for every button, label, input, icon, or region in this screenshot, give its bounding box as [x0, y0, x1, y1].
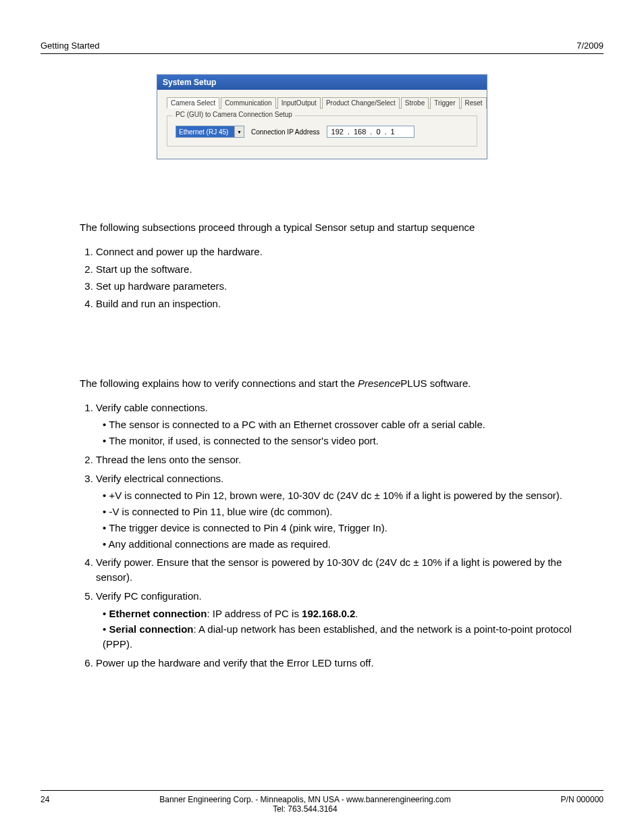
connection-type-combo[interactable]: Ethernet (RJ 45) ▼: [176, 126, 244, 138]
list-item: Connect and power up the hardware.: [96, 244, 590, 259]
header-left: Getting Started: [41, 41, 99, 51]
tab-camera-select[interactable]: Camera Select: [167, 97, 219, 109]
tab-input-output[interactable]: InputOutput: [277, 97, 321, 109]
bullet-item: Serial connection: A dial-up network has…: [103, 622, 590, 652]
bullet-item: -V is connected to Pin 11, blue wire (dc…: [103, 504, 590, 519]
document-body: The following subsections proceed throug…: [80, 220, 590, 671]
section1-intro: The following subsections proceed throug…: [80, 220, 590, 235]
ip-octet-3: 0: [376, 128, 380, 136]
page-number: 24: [41, 795, 49, 804]
tab-strip: Camera Select Communication InputOutput …: [167, 97, 477, 109]
list-item: Power up the hardware and verify that th…: [96, 656, 590, 671]
window-title: System Setup: [157, 75, 487, 90]
header-right: 7/2009: [576, 41, 603, 51]
groupbox-label: PC (GUI) to Camera Connection Setup: [173, 111, 295, 118]
ip-address-input[interactable]: 192. 168. 0. 1: [327, 126, 414, 138]
bullet-item: Any additional connections are made as r…: [103, 537, 590, 552]
combo-value: Ethernet (RJ 45): [176, 126, 234, 137]
system-setup-window: System Setup Camera Select Communication…: [157, 74, 487, 159]
tab-communication[interactable]: Communication: [221, 97, 275, 109]
ip-octet-2: 168: [354, 128, 366, 136]
list-item: Set up hardware parameters.: [96, 279, 590, 294]
section1-steps: Connect and power up the hardware. Start…: [80, 244, 590, 311]
section2-steps: Verify cable connections. The sensor is …: [80, 400, 590, 671]
footer-company: Banner Engineering Corp. - Minneapolis, …: [49, 795, 560, 804]
connection-groupbox: PC (GUI) to Camera Connection Setup Ethe…: [167, 115, 477, 147]
tab-trigger[interactable]: Trigger: [430, 97, 459, 109]
ip-octet-4: 1: [391, 128, 395, 136]
bullet-item: The monitor, if used, is connected to th…: [103, 434, 590, 448]
list-item: Verify PC configuration. Ethernet connec…: [96, 589, 590, 652]
page-footer: 24 Banner Engineering Corp. - Minneapoli…: [41, 790, 603, 814]
list-item: Verify power. Ensure that the sensor is …: [96, 555, 590, 585]
bullet-item: The sensor is connected to a PC with an …: [103, 417, 590, 432]
list-item: Verify cable connections. The sensor is …: [96, 400, 590, 448]
footer-tel: Tel: 763.544.3164: [49, 804, 560, 814]
ip-octet-1: 192: [331, 128, 344, 136]
bullet-item: Ethernet connection: IP address of PC is…: [103, 606, 590, 621]
bullet-item: The trigger device is connected to Pin 4…: [103, 521, 590, 536]
ip-address-label: Connection IP Address: [251, 128, 320, 136]
tab-reset[interactable]: Reset: [461, 97, 487, 109]
footer-partno: P/N 000000: [561, 795, 603, 804]
list-item: Verify electrical connections. +V is con…: [96, 471, 590, 552]
list-item: Thread the lens onto the sensor.: [96, 452, 590, 467]
page-header: Getting Started 7/2009: [41, 41, 603, 54]
section2-intro: The following explains how to verify con…: [80, 376, 590, 391]
tab-product-change[interactable]: Product Change/Select: [322, 97, 400, 109]
list-item: Build and run an inspection.: [96, 296, 590, 311]
bullet-item: +V is connected to Pin 12, brown were, 1…: [103, 488, 590, 503]
chevron-down-icon[interactable]: ▼: [234, 126, 244, 137]
list-item: Start up the software.: [96, 262, 590, 277]
tab-strobe[interactable]: Strobe: [401, 97, 429, 109]
screenshot-figure: System Setup Camera Select Communication…: [41, 74, 603, 159]
